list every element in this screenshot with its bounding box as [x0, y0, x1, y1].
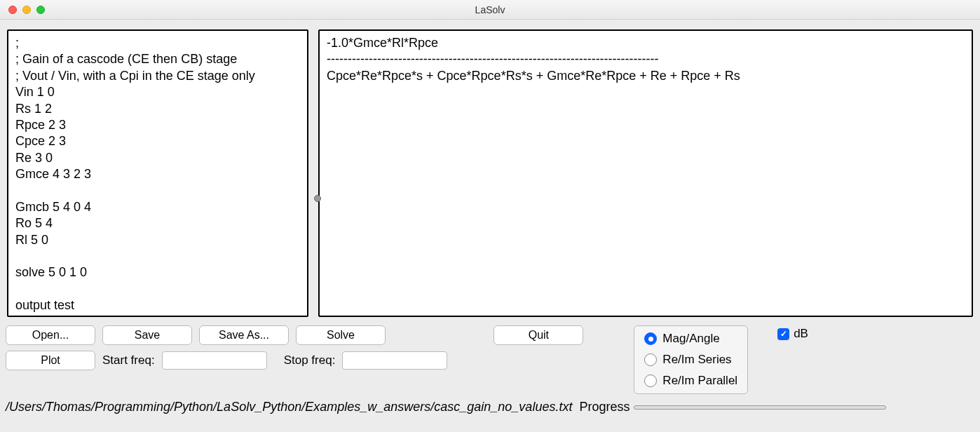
db-checkbox[interactable]: ✓ dB — [777, 327, 808, 341]
radio-mag-angle[interactable]: Mag/Angle — [644, 332, 737, 346]
save-button[interactable]: Save — [102, 325, 192, 345]
zoom-window-button[interactable] — [36, 6, 45, 14]
window-title: LaSolv — [475, 4, 505, 15]
pane-divider-handle[interactable] — [314, 195, 321, 202]
status-bar: /Users/Thomas/Programming/Python/LaSolv_… — [0, 397, 980, 417]
stop-freq-input[interactable] — [342, 351, 447, 370]
open-button[interactable]: Open... — [6, 325, 95, 345]
solve-button[interactable]: Solve — [296, 325, 386, 345]
controls-row: Open... Save Save As... Solve Plot Start… — [6, 325, 974, 394]
input-text-pane[interactable]: ; ; Gain of a cascode (CE then CB) stage… — [7, 29, 308, 317]
controls-area: Open... Save Save As... Solve Plot Start… — [0, 323, 980, 397]
radio-reim-series[interactable]: Re/Im Series — [644, 353, 737, 367]
titlebar: LaSolv — [0, 0, 980, 20]
minimize-window-button[interactable] — [22, 6, 31, 14]
close-window-button[interactable] — [8, 6, 17, 14]
radio-indicator-icon — [644, 374, 657, 387]
checkmark-icon: ✓ — [777, 328, 789, 340]
button-row-1: Open... Save Save As... Solve — [6, 325, 447, 345]
radio-reim-series-label: Re/Im Series — [662, 353, 731, 367]
radio-mag-angle-label: Mag/Angle — [662, 332, 719, 346]
radio-reim-parallel[interactable]: Re/Im Parallel — [644, 374, 737, 388]
progress-bar — [634, 405, 886, 410]
main-area: ; ; Gain of a cascode (CE then CB) stage… — [0, 20, 980, 323]
display-mode-radio-group: Mag/Angle Re/Im Series Re/Im Parallel — [634, 325, 748, 394]
output-text-pane[interactable]: -1.0*Gmce*Rl*Rpce ----------------------… — [318, 29, 973, 317]
radio-indicator-icon — [644, 353, 657, 366]
save-as-button[interactable]: Save As... — [199, 325, 289, 345]
traffic-lights — [8, 6, 45, 14]
start-freq-label: Start freq: — [102, 353, 155, 367]
button-row-2: Plot Start freq: Stop freq: — [6, 351, 447, 370]
db-checkbox-label: dB — [794, 327, 808, 341]
status-file-path: /Users/Thomas/Programming/Python/LaSolv_… — [6, 400, 572, 414]
plot-button[interactable]: Plot — [6, 351, 95, 370]
progress-label: Progress — [579, 400, 629, 414]
button-column: Open... Save Save As... Solve Plot Start… — [6, 325, 447, 370]
start-freq-input[interactable] — [162, 351, 267, 370]
radio-indicator-icon — [644, 332, 657, 345]
quit-button[interactable]: Quit — [494, 325, 583, 345]
stop-freq-label: Stop freq: — [284, 353, 336, 367]
radio-reim-parallel-label: Re/Im Parallel — [662, 374, 737, 388]
